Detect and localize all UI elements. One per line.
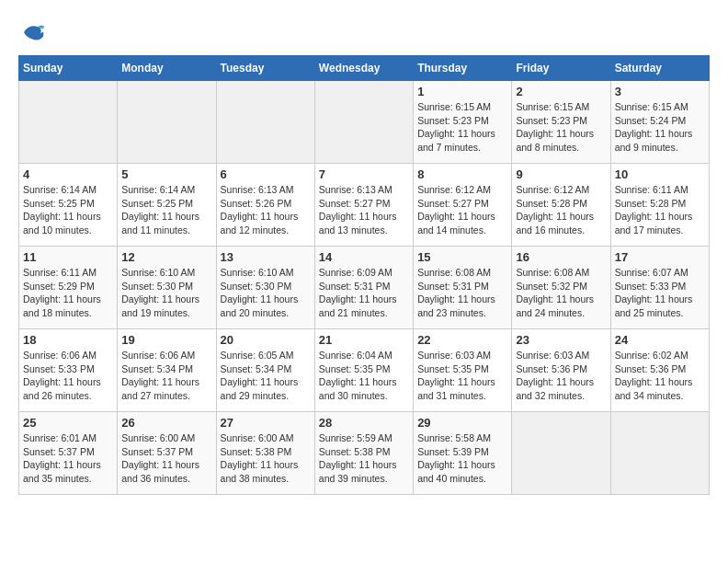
day-info: Sunrise: 6:06 AMSunset: 5:34 PMDaylight:… [121, 349, 211, 403]
day-info: Sunrise: 6:09 AMSunset: 5:31 PMDaylight:… [319, 266, 409, 320]
empty-cell [19, 81, 118, 164]
day-cell-23: 23Sunrise: 6:03 AMSunset: 5:36 PMDayligh… [512, 329, 610, 412]
day-number: 18 [23, 333, 113, 347]
day-cell-7: 7Sunrise: 6:13 AMSunset: 5:27 PMDaylight… [314, 164, 413, 247]
day-header-sunday: Sunday [19, 56, 118, 81]
day-cell-19: 19Sunrise: 6:06 AMSunset: 5:34 PMDayligh… [118, 329, 216, 412]
day-info: Sunrise: 6:06 AMSunset: 5:33 PMDaylight:… [23, 349, 113, 403]
day-cell-3: 3Sunrise: 6:15 AMSunset: 5:24 PMDaylight… [610, 81, 709, 164]
day-info: Sunrise: 6:01 AMSunset: 5:37 PMDaylight:… [23, 431, 113, 486]
day-info: Sunrise: 6:08 AMSunset: 5:32 PMDaylight:… [516, 266, 606, 320]
day-cell-24: 24Sunrise: 6:02 AMSunset: 5:36 PMDayligh… [610, 329, 709, 412]
day-cell-22: 22Sunrise: 6:03 AMSunset: 5:35 PMDayligh… [414, 329, 512, 412]
day-number: 27 [221, 416, 311, 430]
day-number: 5 [121, 167, 211, 181]
day-cell-16: 16Sunrise: 6:08 AMSunset: 5:32 PMDayligh… [512, 247, 610, 329]
day-number: 17 [615, 250, 705, 264]
day-info: Sunrise: 6:14 AMSunset: 5:25 PMDaylight:… [121, 183, 211, 237]
day-cell-21: 21Sunrise: 6:04 AMSunset: 5:35 PMDayligh… [314, 329, 413, 412]
day-cell-14: 14Sunrise: 6:09 AMSunset: 5:31 PMDayligh… [314, 247, 413, 329]
day-info: Sunrise: 6:11 AMSunset: 5:28 PMDaylight:… [615, 183, 705, 237]
day-cell-8: 8Sunrise: 6:12 AMSunset: 5:27 PMDaylight… [414, 164, 512, 247]
day-cell-9: 9Sunrise: 6:12 AMSunset: 5:28 PMDaylight… [512, 164, 610, 247]
day-number: 6 [221, 167, 311, 181]
calendar-week-2: 4Sunrise: 6:14 AMSunset: 5:25 PMDaylight… [19, 164, 710, 247]
day-number: 12 [121, 250, 211, 264]
day-cell-12: 12Sunrise: 6:10 AMSunset: 5:30 PMDayligh… [118, 247, 216, 329]
day-info: Sunrise: 6:02 AMSunset: 5:36 PMDaylight:… [615, 349, 705, 403]
day-cell-5: 5Sunrise: 6:14 AMSunset: 5:25 PMDaylight… [118, 164, 216, 247]
calendar-week-3: 11Sunrise: 6:11 AMSunset: 5:29 PMDayligh… [19, 247, 710, 329]
day-header-monday: Monday [118, 56, 216, 81]
day-cell-13: 13Sunrise: 6:10 AMSunset: 5:30 PMDayligh… [216, 247, 314, 329]
day-info: Sunrise: 5:59 AMSunset: 5:38 PMDaylight:… [319, 431, 409, 486]
day-cell-11: 11Sunrise: 6:11 AMSunset: 5:29 PMDayligh… [19, 247, 118, 329]
day-info: Sunrise: 6:12 AMSunset: 5:28 PMDaylight:… [516, 183, 606, 237]
day-number: 4 [23, 167, 113, 181]
day-cell-18: 18Sunrise: 6:06 AMSunset: 5:33 PMDayligh… [19, 329, 118, 412]
day-cell-6: 6Sunrise: 6:13 AMSunset: 5:26 PMDaylight… [216, 164, 314, 247]
day-info: Sunrise: 6:05 AMSunset: 5:34 PMDaylight:… [221, 349, 311, 403]
day-info: Sunrise: 6:13 AMSunset: 5:27 PMDaylight:… [319, 183, 409, 237]
day-number: 21 [319, 333, 409, 347]
day-cell-15: 15Sunrise: 6:08 AMSunset: 5:31 PMDayligh… [414, 247, 512, 329]
empty-cell [512, 412, 610, 495]
day-number: 9 [516, 167, 606, 181]
day-number: 20 [221, 333, 311, 347]
day-info: Sunrise: 6:00 AMSunset: 5:37 PMDaylight:… [121, 431, 211, 486]
day-number: 8 [417, 167, 507, 181]
day-info: Sunrise: 6:14 AMSunset: 5:25 PMDaylight:… [23, 183, 113, 237]
day-number: 24 [615, 333, 705, 347]
day-info: Sunrise: 6:13 AMSunset: 5:26 PMDaylight:… [221, 183, 311, 237]
day-cell-29: 29Sunrise: 5:58 AMSunset: 5:39 PMDayligh… [414, 412, 512, 495]
day-info: Sunrise: 5:58 AMSunset: 5:39 PMDaylight:… [417, 431, 507, 486]
calendar-week-1: 1Sunrise: 6:15 AMSunset: 5:23 PMDaylight… [19, 81, 710, 164]
day-cell-27: 27Sunrise: 6:00 AMSunset: 5:38 PMDayligh… [216, 412, 314, 495]
day-cell-26: 26Sunrise: 6:00 AMSunset: 5:37 PMDayligh… [118, 412, 216, 495]
day-number: 3 [615, 85, 705, 98]
day-number: 1 [417, 85, 507, 98]
day-number: 29 [417, 416, 507, 430]
day-info: Sunrise: 6:00 AMSunset: 5:38 PMDaylight:… [221, 431, 311, 486]
day-cell-20: 20Sunrise: 6:05 AMSunset: 5:34 PMDayligh… [216, 329, 314, 412]
empty-cell [314, 81, 413, 164]
day-number: 28 [319, 416, 409, 430]
day-info: Sunrise: 6:04 AMSunset: 5:35 PMDaylight:… [319, 349, 409, 403]
day-header-tuesday: Tuesday [216, 56, 314, 81]
day-cell-4: 4Sunrise: 6:14 AMSunset: 5:25 PMDaylight… [19, 164, 118, 247]
day-info: Sunrise: 6:03 AMSunset: 5:35 PMDaylight:… [417, 349, 507, 403]
day-cell-25: 25Sunrise: 6:01 AMSunset: 5:37 PMDayligh… [19, 412, 118, 495]
day-number: 15 [417, 250, 507, 264]
day-number: 7 [319, 167, 409, 181]
day-header-saturday: Saturday [610, 56, 709, 81]
calendar-week-5: 25Sunrise: 6:01 AMSunset: 5:37 PMDayligh… [19, 412, 710, 495]
day-number: 10 [615, 167, 705, 181]
day-number: 2 [516, 85, 606, 98]
empty-cell [118, 81, 216, 164]
calendar-week-4: 18Sunrise: 6:06 AMSunset: 5:33 PMDayligh… [19, 329, 710, 412]
empty-cell [216, 81, 314, 164]
day-number: 11 [23, 250, 113, 264]
day-header-wednesday: Wednesday [314, 56, 413, 81]
day-info: Sunrise: 6:07 AMSunset: 5:33 PMDaylight:… [615, 266, 705, 320]
day-info: Sunrise: 6:15 AMSunset: 5:23 PMDaylight:… [417, 100, 507, 155]
day-number: 22 [417, 333, 507, 347]
day-cell-1: 1Sunrise: 6:15 AMSunset: 5:23 PMDaylight… [414, 81, 512, 164]
day-number: 13 [221, 250, 311, 264]
page-header [18, 18, 710, 46]
logo [18, 18, 50, 46]
logo-bird-icon [18, 18, 46, 46]
day-number: 14 [319, 250, 409, 264]
day-info: Sunrise: 6:15 AMSunset: 5:24 PMDaylight:… [615, 100, 705, 155]
day-header-thursday: Thursday [414, 56, 512, 81]
calendar-table: SundayMondayTuesdayWednesdayThursdayFrid… [18, 55, 710, 495]
day-cell-2: 2Sunrise: 6:15 AMSunset: 5:23 PMDaylight… [512, 81, 610, 164]
days-header-row: SundayMondayTuesdayWednesdayThursdayFrid… [19, 56, 710, 81]
day-number: 26 [121, 416, 211, 430]
day-info: Sunrise: 6:10 AMSunset: 5:30 PMDaylight:… [221, 266, 311, 320]
day-number: 25 [23, 416, 113, 430]
day-number: 19 [121, 333, 211, 347]
day-info: Sunrise: 6:03 AMSunset: 5:36 PMDaylight:… [516, 349, 606, 403]
day-cell-17: 17Sunrise: 6:07 AMSunset: 5:33 PMDayligh… [610, 247, 709, 329]
day-cell-28: 28Sunrise: 5:59 AMSunset: 5:38 PMDayligh… [314, 412, 413, 495]
